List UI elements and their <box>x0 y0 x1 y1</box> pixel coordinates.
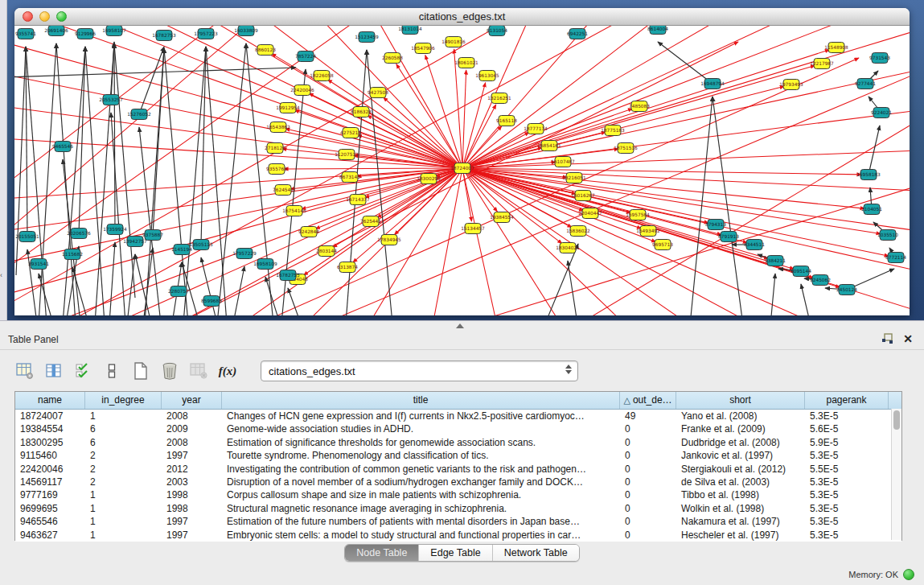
column-header-title[interactable]: title <box>222 392 620 409</box>
network-node[interactable]: 9375887 <box>142 230 163 241</box>
function-builder-button[interactable]: f(x) <box>217 360 238 381</box>
column-header-short[interactable]: short <box>676 392 805 409</box>
network-node[interactable]: 18751516 <box>614 143 638 154</box>
network-node[interactable]: 17957223 <box>194 29 218 39</box>
network-node[interactable]: 9355763 <box>266 164 287 175</box>
network-node[interactable]: 18547906 <box>411 43 435 54</box>
float-panel-icon[interactable] <box>881 333 893 344</box>
network-node[interactable]: 16958107 <box>102 26 126 36</box>
network-node[interactable]: 15957584 <box>626 210 650 220</box>
table-row[interactable]: 1938455462009Genome-wide association stu… <box>15 422 901 435</box>
network-node[interactable]: 14901816 <box>441 37 466 47</box>
new-table-button[interactable] <box>130 360 151 381</box>
table-row[interactable]: 977716911998Corpus callosum shape and si… <box>15 488 901 501</box>
network-node[interactable]: 9731543 <box>869 53 890 64</box>
delete-rows-button[interactable] <box>159 360 180 381</box>
network-node[interactable]: 8186328 <box>351 107 372 117</box>
network-node[interactable]: 8131054 <box>487 26 507 36</box>
table-row[interactable]: 2242004622012Investigating the contribut… <box>15 463 901 476</box>
network-node[interactable]: 11207513 <box>335 150 359 160</box>
network-node[interactable]: 19384554 <box>490 212 514 223</box>
table-row[interactable]: 969969511998Structural magnetic resonanc… <box>15 502 901 515</box>
network-node[interactable]: 17359924 <box>103 225 127 235</box>
column-header-name[interactable]: name <box>15 392 85 409</box>
network-node[interactable]: 19912954 <box>276 103 300 113</box>
network-node[interactable]: 18226058 <box>310 71 334 81</box>
network-node[interactable]: 20206576 <box>67 229 91 239</box>
network-node[interactable]: 9355741 <box>15 29 36 39</box>
network-node[interactable]: 16854161 <box>537 141 561 151</box>
table-scrollbar[interactable] <box>891 409 901 540</box>
network-node[interactable]: 8344511 <box>744 240 765 250</box>
network-node[interactable]: 16948794 <box>700 79 725 89</box>
network-node[interactable]: 2260588 <box>382 53 403 64</box>
network-node[interactable]: 7624541 <box>273 185 294 196</box>
column-header-year[interactable]: year <box>162 392 222 409</box>
splitter-handle-icon[interactable] <box>456 323 464 328</box>
table-row[interactable]: 911546021997Tourette syndrome. Phenomeno… <box>15 449 901 462</box>
network-node[interactable]: 13216251 <box>487 93 511 104</box>
network-node[interactable]: 6791913 <box>718 232 739 242</box>
network-node[interactable]: 17834945 <box>377 235 401 245</box>
network-node[interactable]: 20155051 <box>15 232 39 242</box>
network-node[interactable]: 9224021 <box>871 108 892 118</box>
network-node[interactable]: 9695713 <box>652 240 673 250</box>
network-node[interactable]: 9242844 <box>298 227 319 237</box>
network-node[interactable]: 17957229 <box>232 249 257 259</box>
network-node[interactable]: 8614004 <box>647 26 668 35</box>
network-node[interactable]: 3931541 <box>28 259 49 270</box>
table-selector-dropdown[interactable]: citations_edges.txt <box>261 360 578 381</box>
network-node[interactable]: 9129966 <box>75 29 96 39</box>
left-panel-collapsed-strip[interactable]: ‹ <box>0 0 7 320</box>
tab-node-table[interactable]: Node Table <box>345 545 419 561</box>
table-scrollbar-thumb[interactable] <box>893 410 900 430</box>
network-node[interactable]: 6313874 <box>337 262 358 273</box>
network-node[interactable]: 13505115 <box>189 240 213 250</box>
network-node[interactable]: 2718120 <box>265 143 285 154</box>
network-canvas[interactable]: 1822605822420046199129541654386227181209… <box>14 26 910 315</box>
network-node[interactable]: 16754146 <box>282 206 306 216</box>
network-node[interactable]: 16958109 <box>253 259 277 270</box>
table-row[interactable]: 1830029562008Estimation of significance … <box>15 436 901 449</box>
network-node[interactable]: 18131014 <box>398 26 422 35</box>
network-node[interactable]: 18061021 <box>454 58 478 68</box>
network-node[interactable]: 9165118 <box>496 116 517 126</box>
network-node[interactable]: 7485083 <box>629 101 650 112</box>
network-node[interactable]: 2280757 <box>168 286 189 297</box>
tab-edge-table[interactable]: Edge Table <box>419 545 492 561</box>
network-node[interactable]: 16543862 <box>266 122 290 133</box>
network-node[interactable]: 22420046 <box>290 85 314 96</box>
window-titlebar[interactable]: citations_edges.txt <box>14 8 910 26</box>
select-columns-button[interactable] <box>43 360 64 381</box>
network-node[interactable]: 6942251 <box>567 29 588 39</box>
tab-network-table[interactable]: Network Table <box>493 545 579 561</box>
network-node[interactable]: 9245062 <box>810 275 831 286</box>
network-node[interactable]: 8794313 <box>705 220 726 230</box>
network-node[interactable]: 12217987 <box>810 59 834 69</box>
network-node[interactable]: 6772114 <box>885 253 906 263</box>
network-node[interactable]: 2803144 <box>316 246 337 257</box>
network-node[interactable]: 11548908 <box>824 43 848 53</box>
table-row[interactable]: 1456911722003Disruption of a novel membe… <box>15 476 901 488</box>
network-node[interactable]: 8860123 <box>255 45 276 56</box>
network-node[interactable]: 18777174 <box>524 124 548 134</box>
network-node[interactable]: 16714377 <box>346 195 370 205</box>
network-node[interactable]: 16016267 <box>571 191 595 201</box>
network-node[interactable]: 15123459 <box>355 32 379 43</box>
network-node[interactable]: 19613045 <box>475 71 499 81</box>
select-rows-button[interactable] <box>72 360 93 381</box>
network-node[interactable]: 9384211 <box>765 256 786 266</box>
table-row[interactable]: 1872400712008Changes of HCN gene express… <box>15 410 901 422</box>
network-node[interactable]: 2450124 <box>836 285 857 295</box>
table-row[interactable]: 946554611997Estimation of the future num… <box>15 515 901 528</box>
network-node[interactable]: 18304021 <box>556 243 580 253</box>
delete-table-button-disabled[interactable] <box>188 360 209 381</box>
network-node[interactable]: 19793493 <box>779 80 803 90</box>
network-node[interactable]: 7625441 <box>360 216 381 227</box>
network-view-window[interactable]: citations_edges.txt 18226058224200461991… <box>14 8 910 315</box>
table-settings-button[interactable] <box>14 360 35 381</box>
network-node[interactable]: 4275212 <box>340 128 361 138</box>
network-node[interactable]: 16033809 <box>234 26 258 36</box>
column-header-in-degree[interactable]: in_degree <box>85 392 162 409</box>
network-node[interactable]: 16782753 <box>152 31 176 41</box>
